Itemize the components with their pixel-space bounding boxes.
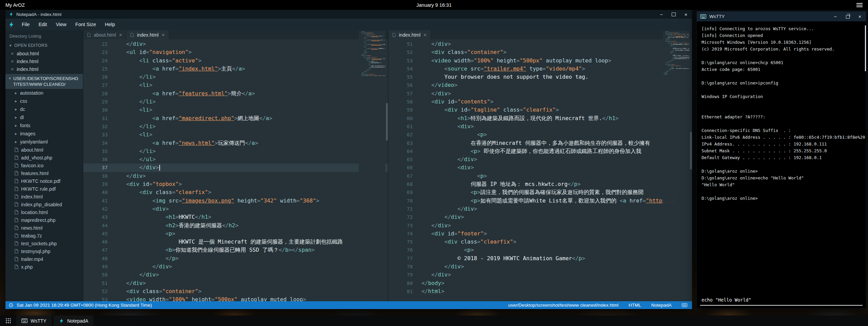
line-number: 23 [83, 48, 113, 56]
file-icon [15, 179, 18, 183]
tab-about.html[interactable]: about.html× [83, 30, 126, 39]
scrollbar-left[interactable] [386, 103, 388, 140]
status-language-mode[interactable]: HTML [628, 303, 641, 308]
code-line: <li class="active"> [113, 57, 388, 65]
line-number: 54 [388, 65, 418, 73]
taskbar-item-notepada[interactable]: NotepadA [54, 315, 93, 326]
folder-item[interactable]: ▸fonts [5, 121, 83, 130]
folder-item[interactable]: ▸dl [5, 113, 83, 121]
directory-listing-header: Directory Listing [5, 30, 83, 42]
menu-view[interactable]: View [51, 20, 71, 29]
tab-close-icon[interactable]: × [119, 32, 122, 38]
minimize-button[interactable]: − [829, 12, 842, 21]
taskbar-item-wstty[interactable]: WsTTY [16, 315, 52, 326]
file-item[interactable]: features.html [5, 169, 83, 177]
terminal-scrollbar[interactable] [865, 25, 866, 71]
file-item[interactable]: HKWTC notice.pdf [5, 177, 83, 185]
file-item[interactable]: mapredirect.php [5, 216, 83, 224]
tab-index.html[interactable]: index.html× [388, 30, 431, 39]
chevron-down-icon: ▾ [8, 76, 12, 87]
code-editor-right[interactable]: 51 </div>52 <div class="container">53 <v… [388, 39, 692, 301]
top-menubar: My ArOZ January 9 16:31 [0, 0, 868, 10]
code-line: <b>你知道我們全線伺服器已轉用 SSD 了嗎？</b></span> [113, 246, 388, 254]
terminal-line: (c) 2019 Microsoft Corporation. All righ… [702, 46, 865, 53]
open-editor-item[interactable]: ×index.html [5, 65, 83, 73]
terminal-input[interactable] [700, 296, 863, 306]
open-editors-header[interactable]: ▾ OPEN EDITORS [5, 42, 83, 50]
hamburger-menu-icon[interactable] [856, 3, 863, 7]
terminal-line: "Hello World" [702, 181, 865, 188]
taskbar: WsTTYNotepadA [0, 315, 868, 326]
code-line: <p> [418, 131, 692, 139]
menu-file[interactable]: File [17, 20, 34, 29]
tab-close-icon[interactable]: × [162, 32, 165, 38]
folder-item[interactable]: ▸css [5, 97, 83, 105]
file-icon [15, 187, 18, 191]
close-editor-icon[interactable]: × [11, 51, 14, 56]
open-editor-item[interactable]: ×about.html [5, 50, 83, 57]
line-number: 24 [83, 57, 113, 65]
close-button[interactable]: × [854, 12, 866, 21]
maximize-button[interactable] [668, 10, 680, 19]
terminal-output[interactable]: [info] Connecting to arozos WsTTY servic… [697, 21, 866, 308]
file-item[interactable]: favicon.ico [5, 161, 83, 169]
code-line: </div> [113, 164, 388, 172]
app-launcher-icon[interactable] [2, 315, 14, 326]
file-item[interactable]: add_vhost.php [5, 154, 83, 161]
line-number: 48 [83, 254, 113, 263]
file-item[interactable]: index.html [5, 193, 83, 200]
file-item[interactable]: x.php [5, 263, 83, 271]
code-line: <p>請注意，我們的伺服器為確保玩家及遊玩時的質素，我們對的服務開 [418, 188, 692, 196]
code-line: <a href="mapredirect.php">網上地圖</a> [113, 114, 388, 122]
terminal-line [702, 188, 865, 195]
aroz-menu[interactable]: My ArOZ [5, 2, 25, 8]
file-item[interactable]: index.php_disabled [5, 200, 83, 208]
restore-button[interactable] [842, 12, 854, 21]
menu-font-size[interactable]: Font Size [71, 20, 101, 29]
minimize-button[interactable]: − [655, 10, 668, 19]
folder-item[interactable]: ▸autostation [5, 89, 83, 97]
menu-help[interactable]: Help [101, 20, 120, 29]
close-editor-icon[interactable]: × [11, 59, 14, 64]
line-number: 52 [388, 48, 418, 56]
file-item[interactable]: trailer.mp4 [5, 255, 83, 263]
folder-item[interactable]: ▸yamlyamlaml [5, 138, 83, 146]
editor-pane-right: index.html× 51 </div>52 <div class="cont… [388, 30, 692, 301]
notepada-menubar: FileEditViewFont SizeHelp [5, 19, 692, 30]
code-line: Your browser does not support the video … [418, 73, 692, 81]
code-line: <div id="tagline" class="clearfix"> [418, 106, 692, 114]
code-editor-left[interactable]: 22 </div>23 <ul id="navigation">24 <li c… [83, 39, 388, 301]
file-icon [15, 171, 18, 175]
file-item[interactable]: news.html [5, 224, 83, 232]
wstty-titlebar[interactable]: WsTTY − × [697, 12, 866, 21]
file-item[interactable]: about.html [5, 146, 83, 154]
terminal-line: D:\golang\aroz online> [702, 195, 865, 202]
file-item[interactable]: teabag.7z [5, 232, 83, 239]
code-line: </li> [113, 122, 388, 131]
keyboard-icon[interactable] [682, 303, 687, 307]
notepada-statusbar: Sat Jan 09 2021 16:29:49 GMT+0800 (Hong … [5, 301, 692, 309]
notepada-titlebar[interactable]: NotepadA - index.html − × [5, 10, 692, 19]
terminal-line: Subnet Mask . . . . . . . . . . . : 255.… [702, 148, 865, 154]
chevron-right-icon: ▸ [14, 123, 18, 128]
file-item[interactable]: testmysql.php [5, 247, 83, 255]
close-editor-icon[interactable]: × [11, 66, 14, 72]
scrollbar-right[interactable] [690, 132, 692, 169]
line-number: 76 [388, 246, 418, 254]
file-item[interactable]: location.html [5, 208, 83, 216]
tab-index.html[interactable]: index.html× [126, 30, 169, 39]
line-number: 80 [388, 279, 418, 287]
tab-close-icon[interactable]: × [424, 32, 427, 38]
file-item[interactable]: test_sockets.php [5, 239, 83, 247]
open-editor-item[interactable]: ×index.html [5, 57, 83, 65]
menu-edit[interactable]: Edit [34, 20, 51, 29]
folder-item[interactable]: ▸images [5, 130, 83, 138]
terminal-line: D:\golang\aroz online> [702, 168, 865, 175]
close-button[interactable]: × [680, 10, 692, 19]
code-line: <p> [418, 172, 692, 180]
file-item[interactable]: HKWTC rule.pdf [5, 185, 83, 193]
terminal-line: Link-local IPv6 Address . . . . . : fe80… [702, 134, 865, 141]
folder-item[interactable]: ▸dc [5, 105, 83, 113]
file-icon [15, 148, 18, 152]
root-folder-item[interactable]: ▾ USER:/DESKTOP/SCREENSHOT/TEST/WWW CLEA… [5, 74, 83, 89]
